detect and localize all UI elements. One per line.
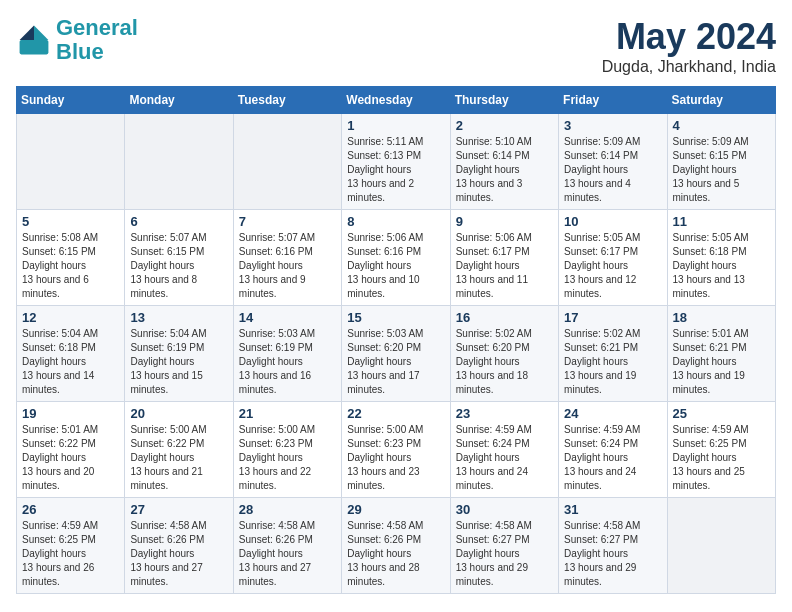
day-number: 29 xyxy=(347,502,444,517)
svg-marker-0 xyxy=(34,26,48,40)
day-info: Sunrise: 4:59 AMSunset: 6:25 PMDaylight … xyxy=(22,519,119,589)
day-info: Sunrise: 5:07 AMSunset: 6:15 PMDaylight … xyxy=(130,231,227,301)
calendar-cell: 25Sunrise: 4:59 AMSunset: 6:25 PMDayligh… xyxy=(667,402,775,498)
calendar-cell: 4Sunrise: 5:09 AMSunset: 6:15 PMDaylight… xyxy=(667,114,775,210)
calendar-cell: 8Sunrise: 5:06 AMSunset: 6:16 PMDaylight… xyxy=(342,210,450,306)
day-number: 30 xyxy=(456,502,553,517)
day-number: 3 xyxy=(564,118,661,133)
calendar-cell: 7Sunrise: 5:07 AMSunset: 6:16 PMDaylight… xyxy=(233,210,341,306)
day-number: 16 xyxy=(456,310,553,325)
day-info: Sunrise: 4:58 AMSunset: 6:26 PMDaylight … xyxy=(130,519,227,589)
logo-text: General Blue xyxy=(56,16,138,64)
day-info: Sunrise: 4:58 AMSunset: 6:26 PMDaylight … xyxy=(239,519,336,589)
month-title: May 2024 xyxy=(602,16,776,58)
day-info: Sunrise: 5:03 AMSunset: 6:20 PMDaylight … xyxy=(347,327,444,397)
calendar-cell: 30Sunrise: 4:58 AMSunset: 6:27 PMDayligh… xyxy=(450,498,558,594)
calendar-cell: 24Sunrise: 4:59 AMSunset: 6:24 PMDayligh… xyxy=(559,402,667,498)
calendar-cell: 5Sunrise: 5:08 AMSunset: 6:15 PMDaylight… xyxy=(17,210,125,306)
weekday-header: Monday xyxy=(125,87,233,114)
calendar-cell: 10Sunrise: 5:05 AMSunset: 6:17 PMDayligh… xyxy=(559,210,667,306)
day-info: Sunrise: 5:04 AMSunset: 6:19 PMDaylight … xyxy=(130,327,227,397)
calendar-cell: 11Sunrise: 5:05 AMSunset: 6:18 PMDayligh… xyxy=(667,210,775,306)
calendar-cell: 3Sunrise: 5:09 AMSunset: 6:14 PMDaylight… xyxy=(559,114,667,210)
calendar-cell: 6Sunrise: 5:07 AMSunset: 6:15 PMDaylight… xyxy=(125,210,233,306)
day-info: Sunrise: 4:58 AMSunset: 6:26 PMDaylight … xyxy=(347,519,444,589)
calendar-table: SundayMondayTuesdayWednesdayThursdayFrid… xyxy=(16,86,776,594)
day-info: Sunrise: 4:59 AMSunset: 6:25 PMDaylight … xyxy=(673,423,770,493)
day-number: 5 xyxy=(22,214,119,229)
day-info: Sunrise: 5:02 AMSunset: 6:20 PMDaylight … xyxy=(456,327,553,397)
day-info: Sunrise: 5:02 AMSunset: 6:21 PMDaylight … xyxy=(564,327,661,397)
day-info: Sunrise: 5:05 AMSunset: 6:18 PMDaylight … xyxy=(673,231,770,301)
calendar-week-row: 1Sunrise: 5:11 AMSunset: 6:13 PMDaylight… xyxy=(17,114,776,210)
day-info: Sunrise: 5:00 AMSunset: 6:22 PMDaylight … xyxy=(130,423,227,493)
day-info: Sunrise: 4:59 AMSunset: 6:24 PMDaylight … xyxy=(456,423,553,493)
day-info: Sunrise: 5:05 AMSunset: 6:17 PMDaylight … xyxy=(564,231,661,301)
svg-rect-2 xyxy=(20,40,49,54)
page-header: General Blue May 2024 Dugda, Jharkhand, … xyxy=(16,16,776,76)
calendar-cell: 20Sunrise: 5:00 AMSunset: 6:22 PMDayligh… xyxy=(125,402,233,498)
day-info: Sunrise: 4:59 AMSunset: 6:24 PMDaylight … xyxy=(564,423,661,493)
calendar-cell: 13Sunrise: 5:04 AMSunset: 6:19 PMDayligh… xyxy=(125,306,233,402)
day-info: Sunrise: 5:03 AMSunset: 6:19 PMDaylight … xyxy=(239,327,336,397)
calendar-cell: 17Sunrise: 5:02 AMSunset: 6:21 PMDayligh… xyxy=(559,306,667,402)
day-info: Sunrise: 5:06 AMSunset: 6:17 PMDaylight … xyxy=(456,231,553,301)
day-number: 22 xyxy=(347,406,444,421)
title-block: May 2024 Dugda, Jharkhand, India xyxy=(602,16,776,76)
day-number: 9 xyxy=(456,214,553,229)
calendar-cell: 18Sunrise: 5:01 AMSunset: 6:21 PMDayligh… xyxy=(667,306,775,402)
day-number: 14 xyxy=(239,310,336,325)
day-number: 28 xyxy=(239,502,336,517)
day-info: Sunrise: 4:58 AMSunset: 6:27 PMDaylight … xyxy=(564,519,661,589)
calendar-cell: 31Sunrise: 4:58 AMSunset: 6:27 PMDayligh… xyxy=(559,498,667,594)
calendar-cell: 12Sunrise: 5:04 AMSunset: 6:18 PMDayligh… xyxy=(17,306,125,402)
day-number: 21 xyxy=(239,406,336,421)
calendar-cell xyxy=(17,114,125,210)
calendar-cell: 14Sunrise: 5:03 AMSunset: 6:19 PMDayligh… xyxy=(233,306,341,402)
day-number: 26 xyxy=(22,502,119,517)
calendar-cell: 9Sunrise: 5:06 AMSunset: 6:17 PMDaylight… xyxy=(450,210,558,306)
calendar-cell: 22Sunrise: 5:00 AMSunset: 6:23 PMDayligh… xyxy=(342,402,450,498)
calendar-cell: 2Sunrise: 5:10 AMSunset: 6:14 PMDaylight… xyxy=(450,114,558,210)
day-number: 19 xyxy=(22,406,119,421)
calendar-cell: 29Sunrise: 4:58 AMSunset: 6:26 PMDayligh… xyxy=(342,498,450,594)
day-number: 24 xyxy=(564,406,661,421)
day-number: 15 xyxy=(347,310,444,325)
calendar-week-row: 19Sunrise: 5:01 AMSunset: 6:22 PMDayligh… xyxy=(17,402,776,498)
day-info: Sunrise: 5:04 AMSunset: 6:18 PMDaylight … xyxy=(22,327,119,397)
calendar-cell: 27Sunrise: 4:58 AMSunset: 6:26 PMDayligh… xyxy=(125,498,233,594)
day-number: 6 xyxy=(130,214,227,229)
day-number: 23 xyxy=(456,406,553,421)
day-number: 7 xyxy=(239,214,336,229)
calendar-cell: 19Sunrise: 5:01 AMSunset: 6:22 PMDayligh… xyxy=(17,402,125,498)
day-info: Sunrise: 5:00 AMSunset: 6:23 PMDaylight … xyxy=(239,423,336,493)
day-number: 11 xyxy=(673,214,770,229)
day-number: 4 xyxy=(673,118,770,133)
weekday-header: Sunday xyxy=(17,87,125,114)
day-info: Sunrise: 5:08 AMSunset: 6:15 PMDaylight … xyxy=(22,231,119,301)
day-number: 1 xyxy=(347,118,444,133)
calendar-week-row: 26Sunrise: 4:59 AMSunset: 6:25 PMDayligh… xyxy=(17,498,776,594)
calendar-cell: 26Sunrise: 4:59 AMSunset: 6:25 PMDayligh… xyxy=(17,498,125,594)
calendar-cell: 23Sunrise: 4:59 AMSunset: 6:24 PMDayligh… xyxy=(450,402,558,498)
calendar-cell xyxy=(233,114,341,210)
day-number: 2 xyxy=(456,118,553,133)
day-number: 31 xyxy=(564,502,661,517)
calendar-cell: 16Sunrise: 5:02 AMSunset: 6:20 PMDayligh… xyxy=(450,306,558,402)
calendar-week-row: 5Sunrise: 5:08 AMSunset: 6:15 PMDaylight… xyxy=(17,210,776,306)
weekday-header: Saturday xyxy=(667,87,775,114)
day-info: Sunrise: 5:11 AMSunset: 6:13 PMDaylight … xyxy=(347,135,444,205)
calendar-cell: 28Sunrise: 4:58 AMSunset: 6:26 PMDayligh… xyxy=(233,498,341,594)
day-number: 17 xyxy=(564,310,661,325)
day-number: 13 xyxy=(130,310,227,325)
calendar-cell xyxy=(667,498,775,594)
calendar-cell: 15Sunrise: 5:03 AMSunset: 6:20 PMDayligh… xyxy=(342,306,450,402)
weekday-header: Wednesday xyxy=(342,87,450,114)
day-info: Sunrise: 5:09 AMSunset: 6:14 PMDaylight … xyxy=(564,135,661,205)
location: Dugda, Jharkhand, India xyxy=(602,58,776,76)
logo: General Blue xyxy=(16,16,138,64)
day-info: Sunrise: 5:09 AMSunset: 6:15 PMDaylight … xyxy=(673,135,770,205)
day-number: 27 xyxy=(130,502,227,517)
day-number: 12 xyxy=(22,310,119,325)
weekday-header: Thursday xyxy=(450,87,558,114)
